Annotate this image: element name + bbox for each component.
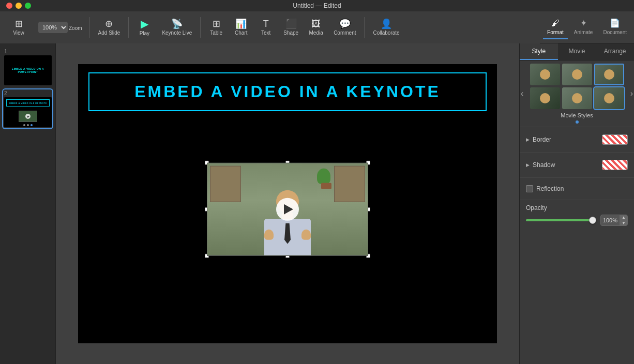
slide2-title-preview: EMBED A VIDEO IN A KEYNOTE xyxy=(9,102,47,104)
keynote-live-button[interactable]: 📡 Keynote Live xyxy=(158,17,196,38)
animate-tab[interactable]: ✦ Animate xyxy=(570,15,597,39)
add-slide-label: Add Slide xyxy=(98,30,120,36)
maximize-button[interactable] xyxy=(25,3,31,9)
shape-button[interactable]: ⬛ Shape xyxy=(279,17,303,38)
play-overlay-button[interactable] xyxy=(276,198,299,221)
slide-preview-2: EMBED A VIDEO IN A KEYNOTE ▶ xyxy=(4,97,52,127)
styles-dot-row xyxy=(523,120,631,124)
document-tab[interactable]: 📄 Document xyxy=(599,15,631,39)
play-icon: ▶ xyxy=(141,19,148,29)
shadow-label: ▶ Shadow xyxy=(526,161,555,169)
comment-button[interactable]: 💬 Comment xyxy=(329,17,360,38)
play-icon-preview: ▶ xyxy=(27,115,29,118)
movie-styles-label: Movie Styles xyxy=(523,112,631,118)
collaborate-button[interactable]: 👤 Collaborate xyxy=(369,17,403,38)
slide-dot-1 xyxy=(23,124,25,126)
style-thumb-6[interactable] xyxy=(594,87,624,109)
style-thumb-2[interactable] xyxy=(562,64,592,85)
media-label: Media xyxy=(309,30,323,36)
tab-style[interactable]: Style xyxy=(520,43,558,60)
table-icon: ⊞ xyxy=(213,19,220,28)
document-label: Document xyxy=(603,29,627,35)
opacity-value: 100% xyxy=(601,216,620,224)
slide-num-1: 1 xyxy=(4,49,51,54)
table-button[interactable]: ⊞ Table xyxy=(205,17,228,38)
style-thumb-4[interactable] xyxy=(530,87,560,109)
chart-icon: 📊 xyxy=(235,19,247,28)
window-controls xyxy=(6,3,31,9)
chart-label: Chart xyxy=(235,30,247,36)
border-section: ▶ Border xyxy=(520,127,634,152)
opacity-slider-thumb[interactable] xyxy=(589,217,596,224)
text-button[interactable]: T Text xyxy=(254,17,277,38)
slide-title-box[interactable]: EMBED A VIDEO IN A KEYNOTE xyxy=(88,72,487,111)
slide-num-2: 2 xyxy=(4,90,51,96)
style-thumb-1[interactable] xyxy=(530,64,560,85)
styles-nav-right-button[interactable]: › xyxy=(629,89,634,98)
reflection-checkbox[interactable] xyxy=(526,185,533,192)
style-thumb-3[interactable] xyxy=(594,64,624,85)
tab-arrange[interactable]: Arrange xyxy=(596,43,634,60)
main-area: 1 EMBED A VIDEO ON A POWERPOINT 2 EMBED … xyxy=(0,43,634,364)
opacity-label: Opacity xyxy=(526,204,628,211)
minimize-button[interactable] xyxy=(16,3,22,9)
styles-nav-left-button[interactable]: ‹ xyxy=(520,89,524,98)
separator-1 xyxy=(89,17,90,38)
cabinet-left xyxy=(210,166,241,202)
close-button[interactable] xyxy=(6,3,12,9)
shape-label: Shape xyxy=(283,30,298,36)
video-container[interactable] xyxy=(207,163,368,256)
opacity-value-box: 100% ▲ ▼ xyxy=(600,215,628,226)
plant xyxy=(316,169,331,189)
play-button[interactable]: ▶ Play xyxy=(133,17,156,38)
tab-movie[interactable]: Movie xyxy=(558,43,596,60)
right-panel: Style Movie Arrange ‹ xyxy=(519,43,634,364)
animate-label: Animate xyxy=(574,29,593,35)
border-triangle-icon[interactable]: ▶ xyxy=(526,137,530,142)
window-title: Untitled — Edited xyxy=(293,2,341,9)
reflection-section: Reflection xyxy=(520,177,634,200)
opacity-stepper: ▲ ▼ xyxy=(620,215,627,225)
slide-panel: 1 EMBED A VIDEO ON A POWERPOINT 2 EMBED … xyxy=(0,43,56,364)
opacity-section: Opacity 100% ▲ ▼ xyxy=(520,200,634,230)
add-slide-button[interactable]: ⊕ Add Slide xyxy=(94,17,125,38)
zoom-label: Zoom xyxy=(69,25,82,31)
zoom-select[interactable]: 100% 75% 50% 150% xyxy=(38,22,68,33)
styles-dot-active xyxy=(576,120,579,124)
canvas-area: EMBED A VIDEO IN A KEYNOTE xyxy=(56,43,519,364)
reflection-label: Reflection xyxy=(536,185,564,192)
separator-3 xyxy=(200,17,201,38)
collaborate-label: Collaborate xyxy=(373,30,399,36)
hand-left xyxy=(264,230,274,240)
view-button[interactable]: ⊞ View xyxy=(7,17,30,38)
style-thumb-5[interactable] xyxy=(562,87,592,109)
separator-4 xyxy=(364,17,365,38)
video-frame xyxy=(207,163,368,256)
add-slide-icon: ⊕ xyxy=(105,19,113,28)
shadow-row: ▶ Shadow xyxy=(526,157,628,173)
play-label: Play xyxy=(140,31,149,36)
border-swatch[interactable] xyxy=(602,134,628,145)
toolbar: ⊞ View 100% 75% 50% 150% Zoom ⊕ Add Slid… xyxy=(0,11,540,43)
slide-thumb-2[interactable]: 2 EMBED A VIDEO IN A KEYNOTE ▶ xyxy=(3,89,52,128)
slide-canvas[interactable]: EMBED A VIDEO IN A KEYNOTE xyxy=(78,64,497,343)
shadow-triangle-icon[interactable]: ▶ xyxy=(526,162,530,168)
opacity-slider-track[interactable] xyxy=(526,219,596,221)
format-label: Format xyxy=(547,29,564,35)
media-icon: 🖼 xyxy=(311,19,321,28)
reflection-row: Reflection xyxy=(526,182,628,195)
slide-thumb-1[interactable]: 1 EMBED A VIDEO ON A POWERPOINT xyxy=(3,48,52,86)
opacity-decrease-button[interactable]: ▼ xyxy=(620,220,627,225)
media-button[interactable]: 🖼 Media xyxy=(305,17,327,38)
border-row: ▶ Border xyxy=(526,131,628,148)
opacity-increase-button[interactable]: ▲ xyxy=(620,215,627,220)
comment-label: Comment xyxy=(334,30,356,36)
comment-icon: 💬 xyxy=(339,19,351,28)
shadow-swatch[interactable] xyxy=(602,160,628,170)
zoom-group: 100% 75% 50% 150% Zoom xyxy=(35,22,85,33)
border-label: ▶ Border xyxy=(526,136,551,143)
format-tab[interactable]: 🖌 Format xyxy=(543,16,568,39)
chart-button[interactable]: 📊 Chart xyxy=(230,17,252,38)
table-label: Table xyxy=(210,30,222,36)
title-bar: Untitled — Edited xyxy=(0,0,634,11)
